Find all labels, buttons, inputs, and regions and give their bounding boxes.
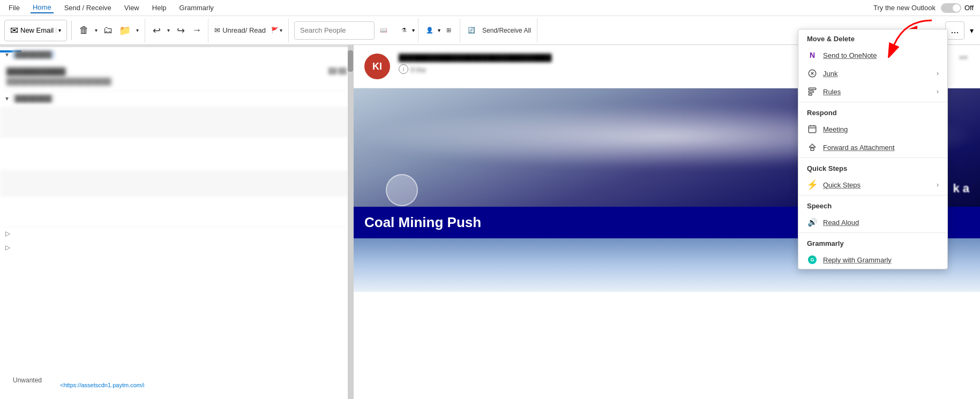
mail-group-4[interactable]: ▷ [0, 240, 353, 254]
mail-group-3[interactable]: ▷ [0, 227, 353, 240]
envelope-icon: ✉ [214, 26, 220, 34]
flag-dropdown[interactable]: ▾ [280, 27, 282, 33]
mail-item-4[interactable] [0, 170, 353, 197]
group-header-label-2: ████████ [12, 94, 55, 103]
section-speech: Speech [798, 197, 947, 213]
toggle-thumb [953, 4, 960, 12]
send-to-onenote-label: Send to OneNote [823, 51, 939, 59]
mail-group-1[interactable]: ▾ ████████ [0, 47, 353, 62]
people-button[interactable]: 👤 [422, 20, 438, 41]
forward-attachment-item[interactable]: Forward as Attachment [798, 138, 947, 156]
forward-button[interactable]: → [189, 20, 205, 41]
unread-read-button[interactable]: ✉ Unread/ Read [212, 20, 268, 41]
ribbon-collapse-button[interactable]: ▾ [968, 25, 976, 36]
search-people-area: 📖 [294, 20, 392, 41]
address-book-button[interactable]: 📖 [376, 20, 392, 41]
send-receive-all-button[interactable]: Send/Receive All [480, 20, 534, 41]
scroll-top [0, 45, 353, 47]
flag-button[interactable]: 🚩 ▾ [268, 20, 285, 41]
menu-file[interactable]: File [6, 3, 22, 13]
toggle-track[interactable] [941, 3, 961, 13]
send-receive-all-label: Send/Receive All [482, 27, 531, 34]
try-outlook-label: Try the new Outlook [873, 4, 936, 12]
move-icon: 📁 [119, 25, 131, 36]
email-date: ser. [959, 54, 969, 61]
more-options-button[interactable]: ... [945, 21, 964, 40]
meeting-icon [807, 124, 818, 134]
toggle-label: Off [964, 4, 974, 12]
svg-rect-3 [809, 88, 816, 89]
svg-rect-10 [811, 148, 814, 151]
search-people-input[interactable] [294, 21, 375, 40]
quick-steps-arrow: › [937, 181, 939, 189]
view-toggle-icon: ⊞ [446, 27, 451, 34]
read-aloud-item[interactable]: 🔊 Read Aloud [798, 213, 947, 231]
reply-with-grammarly-item[interactable]: G Reply with Grammarly [798, 251, 947, 269]
menu-home[interactable]: Home [31, 2, 54, 13]
filter-button[interactable]: ⚗ [396, 20, 412, 41]
new-outlook-toggle[interactable]: Off [941, 3, 974, 13]
group-header-label-1: ████████ [12, 50, 55, 59]
sync-icon: 🔄 [468, 27, 475, 34]
dropdown-menu: Move & Delete N Send to OneNote Junk › R… [798, 29, 948, 269]
menu-bar: File Home Send / Receive View Help Gramm… [0, 0, 980, 16]
people-icon: 👤 [426, 27, 433, 34]
circular-element [386, 174, 418, 206]
forward-icon: → [192, 25, 201, 36]
mail-group-2[interactable]: ▾ ████████ [0, 91, 353, 106]
section-grammarly: Grammarly [798, 234, 947, 251]
view-toggle-button[interactable]: ⊞ [440, 20, 457, 41]
new-email-dropdown-arrow[interactable]: ▾ [56, 27, 61, 33]
section-quick-steps: Quick Steps [798, 159, 947, 176]
meeting-item[interactable]: Meeting [798, 120, 947, 138]
email-if-text: If the [410, 66, 426, 74]
archive-button[interactable]: 🗂 [100, 20, 116, 41]
divider-4 [798, 232, 947, 233]
rules-item[interactable]: Rules › [798, 82, 947, 101]
undo-dropdown[interactable]: ▾ [164, 20, 173, 41]
send-receive-group: 🔄 Send/Receive All [463, 18, 537, 43]
sync-icon-button[interactable]: 🔄 [463, 20, 480, 41]
new-email-icon: ✉ [10, 25, 18, 36]
delete-group: 🗑 ▾ 🗂 📁 ▾ [76, 18, 145, 43]
mail-item-1[interactable]: ████████████ ██/██ █████████████████████… [0, 62, 353, 91]
menu-help[interactable]: Help [150, 3, 169, 13]
filter-group: ⚗ ▾ [396, 18, 418, 43]
send-to-onenote-item[interactable]: N Send to OneNote [798, 46, 947, 64]
partial-text: k a [953, 182, 969, 195]
new-email-button[interactable]: ✉ New Email ▾ [4, 20, 67, 41]
grammarly-logo: G [808, 255, 817, 264]
redo-icon: ↪ [177, 25, 185, 36]
archive-icon: 🗂 [103, 25, 113, 36]
junk-icon [807, 68, 818, 79]
menu-send-receive[interactable]: Send / Receive [62, 3, 114, 13]
move-dropdown[interactable]: ▾ [133, 20, 141, 41]
move-button[interactable]: 📁 [116, 20, 133, 41]
section-respond: Respond [798, 103, 947, 120]
unread-group: ✉ Unread/ Read 🚩 ▾ [212, 18, 289, 43]
mail-item-3[interactable] [0, 138, 353, 170]
undo-icon: ↩ [153, 25, 161, 36]
new-email-label: New Email [20, 26, 54, 34]
divider-3 [798, 195, 947, 195]
coal-mining-label: Coal Mining Push [364, 214, 481, 230]
mail-item-5[interactable] [0, 197, 353, 227]
undo-button[interactable]: ↩ [148, 20, 164, 41]
unwanted-label: Unwanted [13, 377, 42, 384]
rules-arrow: › [937, 88, 939, 95]
menu-view[interactable]: View [122, 3, 141, 13]
junk-item[interactable]: Junk › [798, 64, 947, 82]
forward-attachment-icon [807, 142, 818, 153]
forward-attachment-label: Forward as Attachment [823, 144, 939, 152]
mail-item-2[interactable] [0, 106, 353, 138]
read-aloud-icon: 🔊 [807, 217, 818, 228]
mail-list-scrollbar[interactable] [348, 45, 353, 399]
quick-steps-item[interactable]: ⚡ Quick Steps › [798, 176, 947, 194]
delete-button[interactable]: 🗑 [76, 20, 92, 41]
section-move-delete: Move & Delete [798, 29, 947, 46]
menu-grammarly[interactable]: Grammarly [177, 3, 216, 13]
unread-read-label: Unread/ Read [222, 26, 266, 34]
delete-dropdown[interactable]: ▾ [92, 20, 100, 41]
filter-dropdown[interactable]: ▾ [412, 27, 415, 33]
redo-button[interactable]: ↪ [173, 20, 189, 41]
